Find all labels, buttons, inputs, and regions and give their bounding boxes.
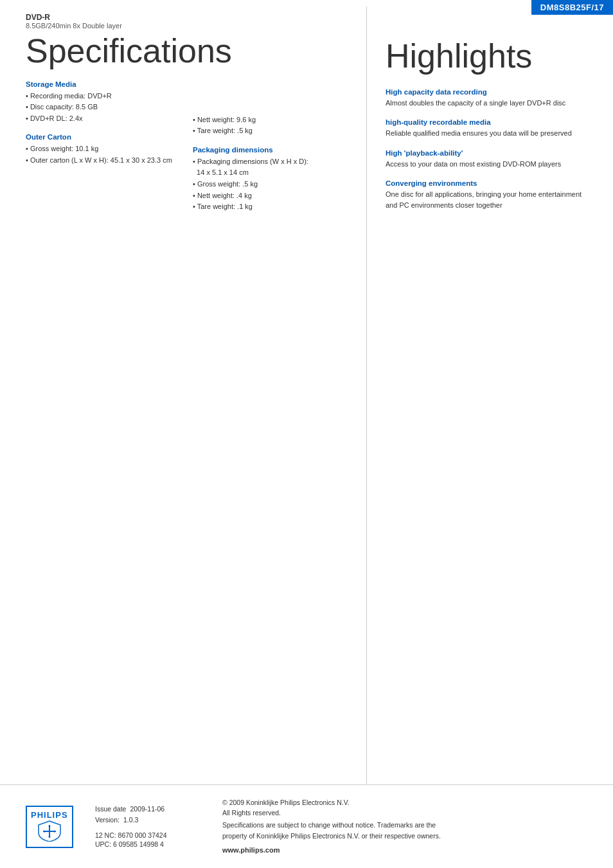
spec-item: Nett weight: .4 kg xyxy=(193,190,347,202)
nc-row: 12 NC: 8670 000 37424 xyxy=(95,831,204,839)
highlight-text-4: One disc for all applications, bringing … xyxy=(386,189,587,210)
highlight-title-3: High 'playback-ability' xyxy=(386,149,587,157)
specs-title: Specifications xyxy=(26,33,347,69)
outer-carton-section: Outer Carton Gross weight: 10.1 kg Outer… xyxy=(26,133,180,166)
outer-carton-title: Outer Carton xyxy=(26,133,180,141)
highlight-3: High 'playback-ability' Access to your d… xyxy=(386,149,587,170)
storage-media-title: Storage Media xyxy=(26,80,180,88)
issue-label: Issue date xyxy=(95,805,126,813)
issue-date-row: Issue date 2009-11-06 xyxy=(95,805,204,813)
highlight-title-2: high-quality recordable media xyxy=(386,118,587,126)
highlight-title-4: Converging environments xyxy=(386,179,587,187)
svg-point-3 xyxy=(48,835,50,837)
logo-box: PHILIPS xyxy=(26,806,73,848)
highlight-text-1: Almost doubles the capacity of a single … xyxy=(386,98,587,109)
model-code: DM8S8B25F/17 xyxy=(540,3,604,12)
highlight-1: High capacity data recording Almost doub… xyxy=(386,88,587,109)
model-badge: DM8S8B25F/17 xyxy=(531,0,613,15)
highlight-title-1: High capacity data recording xyxy=(386,88,587,96)
footer: PHILIPS Issue date 2009-11 xyxy=(0,784,613,868)
spec-item: Gross weight: 10.1 kg xyxy=(26,143,180,155)
spec-item: Packaging dimensions (W x H x D): 14 x 5… xyxy=(193,156,347,179)
weight-section: Nett weight: 9.6 kg Tare weight: .5 kg xyxy=(193,80,347,137)
logo-icon xyxy=(36,820,63,842)
philips-logo: PHILIPS xyxy=(26,806,77,848)
upc-row: UPC: 6 09585 14998 4 xyxy=(95,840,204,848)
svg-point-4 xyxy=(43,830,45,832)
product-description: 8.5GB/240min 8x Double layer xyxy=(26,22,347,30)
legal-text: Specifications are subject to change wit… xyxy=(222,820,441,841)
footer-legal: © 2009 Koninklijke Philips Electronics N… xyxy=(222,797,441,856)
specs-area: DVD-R 8.5GB/240min 8x Double layer Speci… xyxy=(0,0,366,235)
specs-left-col: Storage Media Recording media: DVD+R Dis… xyxy=(26,80,180,222)
product-name: DVD-R xyxy=(26,13,347,22)
page-container: DM8S8B25F/17 DVD-R 8.5GB/240min 8x Doubl… xyxy=(0,0,613,868)
logo-text: PHILIPS xyxy=(31,810,68,820)
highlight-4: Converging environments One disc for all… xyxy=(386,179,587,210)
storage-media-section: Storage Media Recording media: DVD+R Dis… xyxy=(26,80,180,125)
spec-item: Tare weight: .5 kg xyxy=(193,125,347,137)
highlight-2: high-quality recordable media Reliable q… xyxy=(386,118,587,139)
version-row: Version: 1.0.3 xyxy=(95,816,204,824)
spec-item: Gross weight: .5 kg xyxy=(193,179,347,190)
spec-item: Nett weight: 9.6 kg xyxy=(193,114,347,126)
spec-item: Recording media: DVD+R xyxy=(26,91,180,102)
version-value: 1.0.3 xyxy=(123,816,138,824)
highlight-text-2: Reliable qualified media ensures you dat… xyxy=(386,128,587,139)
spec-item: Outer carton (L x W x H): 45.1 x 30 x 23… xyxy=(26,155,180,167)
spec-item: Disc capacity: 8.5 GB xyxy=(26,102,180,113)
highlights-title: Highlights xyxy=(386,39,587,74)
issue-date: 2009-11-06 xyxy=(130,805,164,813)
svg-point-5 xyxy=(53,830,55,832)
vertical-divider xyxy=(366,6,367,784)
specs-columns: Storage Media Recording media: DVD+R Dis… xyxy=(26,80,347,222)
highlight-text-3: Access to your data on most existing DVD… xyxy=(386,159,587,170)
packaging-section: Packaging dimensions Packaging dimension… xyxy=(193,146,347,213)
footer-meta: Issue date 2009-11-06 Version: 1.0.3 12 … xyxy=(95,805,204,848)
version-label: Version: xyxy=(95,816,120,824)
website: www.philips.com xyxy=(222,845,441,856)
svg-point-2 xyxy=(48,825,50,827)
spec-item: DVD+R DL: 2.4x xyxy=(26,113,180,125)
spec-item: Tare weight: .1 kg xyxy=(193,201,347,213)
specs-right-col: Nett weight: 9.6 kg Tare weight: .5 kg P… xyxy=(193,80,347,222)
copyright: © 2009 Koninklijke Philips Electronics N… xyxy=(222,797,441,818)
packaging-title: Packaging dimensions xyxy=(193,146,347,154)
highlights-area: Highlights High capacity data recording … xyxy=(373,0,613,233)
